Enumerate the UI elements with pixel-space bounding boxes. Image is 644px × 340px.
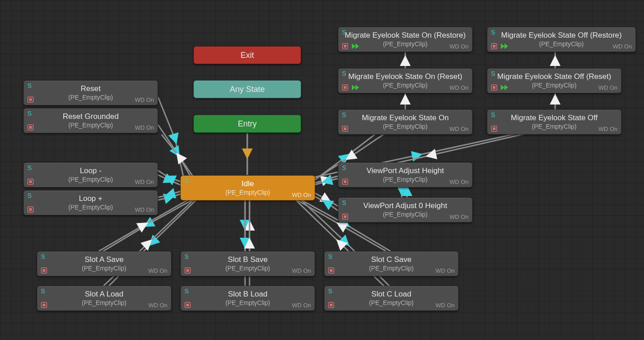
migrate-off-state[interactable]: S Migrate Eyelook State Off (PE_EmptyCli… [487,109,622,135]
s-tag: S [27,82,31,89]
entry-label: Entry [238,119,257,129]
loop-plus-state[interactable]: S Loop + (PE_EmptyClip) WD On [23,190,158,215]
exit-node[interactable]: Exit [193,46,301,64]
s-tag: S [27,110,31,117]
wd-label: WD On [135,206,154,213]
migrate-off-restore-state[interactable]: S Migrate Eyelook State Off (Restore) (P… [487,27,636,52]
state-title: Migrate Eyelook State On (Reset) [348,73,462,81]
idle-state[interactable]: S Idle (PE_EmptyClip) WD On [180,175,315,201]
slot-c-load-state[interactable]: S Slot C Load (PE_EmptyClip) WD On [324,286,459,311]
wd-label: WD On [435,302,455,309]
any-state-label: Any State [230,85,265,94]
migrate-on-reset-state[interactable]: S Migrate Eyelook State On (Reset) (PE_E… [338,68,473,93]
behaviour-icon [27,124,34,131]
behaviour-icon [41,267,47,274]
state-title: Migrate Eyelook State On [362,114,449,122]
behaviour-icon [328,267,334,274]
state-title: Idle [241,180,254,188]
speed-icon [352,44,360,49]
svg-rect-18 [344,127,346,130]
behaviour-icon [342,84,348,91]
slot-a-save-state[interactable]: S Slot A Save (PE_EmptyClip) WD On [37,251,171,276]
exit-label: Exit [241,51,254,60]
slot-b-load-state[interactable]: S Slot B Load (PE_EmptyClip) WD On [180,286,315,311]
state-clip: (PE_EmptyClip) [532,123,577,130]
state-clip: (PE_EmptyClip) [383,40,428,48]
s-tag: S [342,199,346,206]
svg-rect-8 [29,208,32,211]
wd-label: WD On [135,96,154,103]
behaviour-icon [41,302,47,308]
state-clip: (PE_EmptyClip) [369,299,414,306]
svg-rect-28 [186,269,189,272]
svg-rect-26 [43,269,45,272]
state-clip: (PE_EmptyClip) [82,299,127,306]
behaviour-icon [342,126,348,132]
reset-grounded-state[interactable]: S Reset Grounded (PE_EmptyClip) WD On [23,108,158,133]
s-tag: S [342,70,346,77]
wd-label: WD On [449,126,469,132]
state-title: Migrate Eyelook State Off [511,114,597,122]
state-clip: (PE_EmptyClip) [383,211,428,218]
state-clip: (PE_EmptyClip) [532,82,577,89]
svg-rect-4 [29,126,32,129]
s-tag: S [342,29,346,36]
s-tag: S [184,177,188,184]
speed-icon [352,85,360,90]
svg-rect-16 [344,86,346,89]
svg-rect-36 [330,304,333,306]
loop-minus-state[interactable]: S Loop - (PE_EmptyClip) WD On [23,162,158,187]
wd-label: WD On [148,302,167,309]
state-title: Slot C Save [371,256,412,264]
state-clip: (PE_EmptyClip) [225,189,270,196]
wd-label: WD On [598,84,618,91]
viewport-adjust-height-state[interactable]: S ViewPort Adjust Height (PE_EmptyClip) … [338,162,473,187]
viewport-adjust-0-height-state[interactable]: S ViewPort Adjust 0 Height (PE_EmptyClip… [338,197,473,222]
s-tag: S [342,111,346,118]
s-tag: S [491,70,495,77]
state-title: Slot C Load [372,290,412,299]
reset-state[interactable]: S Reset (PE_EmptyClip) WD On [23,80,158,105]
migrate-on-state[interactable]: S Migrate Eyelook State On (PE_EmptyClip… [338,109,473,135]
wd-label: WD On [435,267,455,274]
any-state-node[interactable]: Any State [193,80,301,98]
svg-rect-12 [344,215,346,218]
state-clip: (PE_EmptyClip) [68,122,113,129]
wd-label: WD On [449,43,469,50]
state-title: Migrate Eyelook State On (Restore) [345,31,465,40]
slot-b-save-state[interactable]: S Slot B Save (PE_EmptyClip) WD On [180,251,315,276]
svg-rect-2 [29,98,32,101]
s-tag: S [184,288,188,295]
slot-c-save-state[interactable]: S Slot C Save (PE_EmptyClip) WD On [324,251,459,276]
svg-rect-10 [344,180,346,183]
state-clip: (PE_EmptyClip) [383,123,428,130]
s-tag: S [27,192,31,199]
wd-label: WD On [135,179,154,185]
s-tag: S [328,288,332,295]
speed-icon [501,85,509,90]
behaviour-icon [27,96,34,103]
behaviour-icon [27,206,34,213]
behaviour-icon [27,179,34,185]
speed-icon [501,44,509,49]
migrate-off-reset-state[interactable]: S Migrate Eyelook State Off (Reset) (PE_… [487,68,622,93]
svg-rect-24 [493,127,495,130]
wd-label: WD On [449,214,469,220]
svg-rect-6 [29,180,32,183]
s-tag: S [342,164,346,171]
entry-node[interactable]: Entry [193,115,301,133]
migrate-on-restore-state[interactable]: S Migrate Eyelook State On (Restore) (PE… [338,27,473,52]
behaviour-icon [184,302,191,308]
behaviour-icon [342,179,348,185]
state-title: ViewPort Adjust Height [367,167,444,175]
behaviour-icon [491,84,497,91]
s-tag: S [41,253,45,260]
slot-a-load-state[interactable]: S Slot A Load (PE_EmptyClip) WD On [37,286,171,311]
wd-label: WD On [292,302,311,309]
s-tag: S [184,253,188,260]
behaviour-icon [328,302,334,308]
s-tag: S [27,164,31,171]
s-tag: S [41,288,45,295]
state-clip: (PE_EmptyClip) [369,265,414,272]
state-clip: (PE_EmptyClip) [225,299,270,306]
